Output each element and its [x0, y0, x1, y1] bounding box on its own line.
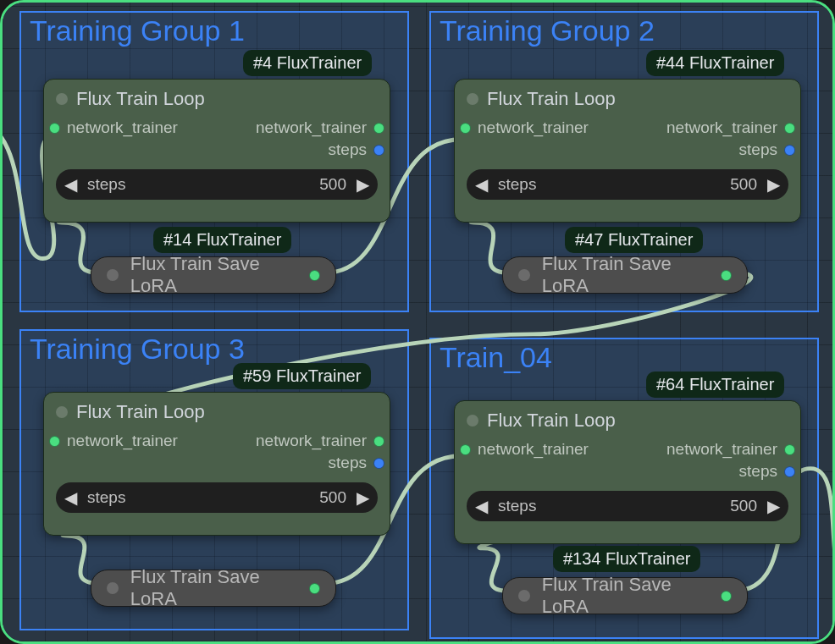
collapse-toggle[interactable] — [467, 415, 478, 427]
output-port-steps[interactable] — [373, 145, 384, 156]
node-flux-train-save-lora[interactable]: Flux Train Save LoRA — [91, 256, 336, 294]
collapse-toggle[interactable] — [518, 590, 530, 602]
output-port-steps[interactable] — [373, 458, 384, 469]
node-flux-train-save-lora[interactable]: Flux Train Save LoRA — [502, 577, 748, 614]
group-title: Training Group 2 — [440, 14, 655, 47]
widget-value: 500 — [730, 497, 757, 515]
output-port-steps[interactable] — [784, 145, 795, 156]
output-label: network_trainer — [256, 118, 367, 137]
group-title: Training Group 1 — [30, 14, 245, 47]
collapse-toggle[interactable] — [56, 93, 68, 105]
collapse-toggle[interactable] — [467, 93, 478, 105]
node-title: Flux Train Loop — [487, 88, 616, 110]
node-badge: #44 FluxTrainer — [646, 50, 784, 76]
widget-label: steps — [498, 175, 536, 194]
output-port-network-trainer[interactable] — [373, 123, 384, 134]
steps-widget[interactable]: ◀ steps 500 ▶ — [56, 169, 378, 200]
group-title: Training Group 3 — [30, 333, 245, 366]
output-label: network_trainer — [666, 118, 777, 137]
output-port[interactable] — [309, 270, 320, 281]
node-badge: #4 FluxTrainer — [243, 50, 372, 76]
widget-value: 500 — [319, 175, 346, 194]
widget-label: steps — [87, 488, 125, 507]
input-port-network-trainer[interactable] — [49, 123, 60, 134]
widget-label: steps — [87, 175, 125, 194]
output-label: steps — [739, 462, 777, 481]
output-port-network-trainer[interactable] — [784, 444, 795, 455]
widget-value: 500 — [319, 488, 346, 507]
node-title: Flux Train Save LoRA — [130, 253, 309, 297]
steps-widget[interactable]: ◀ steps 500 ▶ — [467, 491, 788, 521]
output-label: network_trainer — [666, 440, 777, 459]
output-label: steps — [329, 454, 367, 472]
group-title: Train_04 — [440, 341, 552, 374]
collapse-toggle[interactable] — [107, 269, 119, 281]
output-label: steps — [329, 140, 367, 159]
increment-icon[interactable]: ▶ — [767, 496, 780, 516]
node-title: Flux Train Save LoRA — [542, 574, 721, 618]
node-title: Flux Train Save LoRA — [542, 253, 721, 297]
node-flux-train-loop[interactable]: Flux Train Loop network_trainer network_… — [454, 79, 801, 223]
output-port-network-trainer[interactable] — [784, 123, 795, 134]
input-port-network-trainer[interactable] — [460, 123, 471, 134]
input-port-network-trainer[interactable] — [460, 444, 471, 455]
steps-widget[interactable]: ◀ steps 500 ▶ — [467, 169, 788, 200]
node-badge: #64 FluxTrainer — [646, 372, 784, 398]
input-label: network_trainer — [478, 440, 589, 459]
input-label: network_trainer — [67, 118, 178, 137]
increment-icon[interactable]: ▶ — [357, 174, 369, 195]
node-badge: #59 FluxTrainer — [233, 363, 371, 389]
collapse-toggle[interactable] — [518, 269, 530, 281]
node-badge: #47 FluxTrainer — [565, 227, 703, 253]
decrement-icon[interactable]: ◀ — [475, 174, 488, 195]
increment-icon[interactable]: ▶ — [767, 174, 780, 195]
decrement-icon[interactable]: ◀ — [64, 487, 77, 508]
output-port-network-trainer[interactable] — [373, 436, 384, 447]
input-label: network_trainer — [478, 118, 589, 137]
node-title: Flux Train Save LoRA — [130, 566, 309, 610]
decrement-icon[interactable]: ◀ — [475, 496, 488, 516]
widget-value: 500 — [730, 175, 757, 194]
node-flux-train-save-lora[interactable]: Flux Train Save LoRA — [502, 256, 748, 294]
output-port[interactable] — [309, 583, 320, 594]
node-badge: #14 FluxTrainer — [153, 227, 291, 253]
decrement-icon[interactable]: ◀ — [64, 174, 77, 195]
input-port-network-trainer[interactable] — [49, 436, 60, 447]
node-badge: #134 FluxTrainer — [553, 546, 700, 572]
steps-widget[interactable]: ◀ steps 500 ▶ — [56, 482, 378, 513]
output-port-steps[interactable] — [784, 466, 795, 477]
collapse-toggle[interactable] — [56, 406, 68, 418]
node-title: Flux Train Loop — [76, 401, 205, 423]
input-label: network_trainer — [67, 432, 178, 450]
node-flux-train-loop[interactable]: Flux Train Loop network_trainer network_… — [43, 392, 390, 536]
collapse-toggle[interactable] — [107, 582, 119, 594]
node-editor-canvas[interactable]: Training Group 1 #4 FluxTrainer Flux Tra… — [0, 0, 835, 644]
node-flux-train-loop[interactable]: Flux Train Loop network_trainer network_… — [43, 79, 390, 223]
node-flux-train-loop[interactable]: Flux Train Loop network_trainer network_… — [454, 400, 801, 544]
output-port[interactable] — [721, 591, 732, 602]
increment-icon[interactable]: ▶ — [357, 487, 369, 508]
node-title: Flux Train Loop — [76, 88, 205, 110]
output-label: steps — [739, 140, 777, 159]
widget-label: steps — [498, 497, 536, 515]
node-title: Flux Train Loop — [487, 410, 616, 432]
output-port[interactable] — [721, 270, 732, 281]
node-flux-train-save-lora[interactable]: Flux Train Save LoRA — [91, 570, 336, 607]
output-label: network_trainer — [256, 432, 367, 450]
